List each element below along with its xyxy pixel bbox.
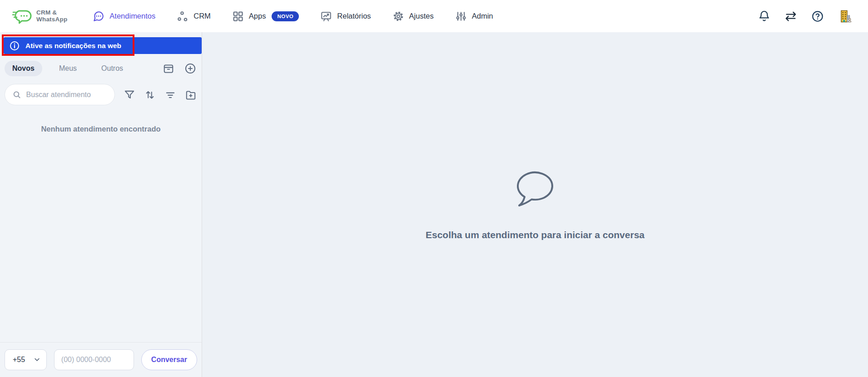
organization-avatar[interactable]	[838, 9, 853, 24]
logo-text: CRM & WhatsApp	[36, 10, 67, 23]
new-conversation-button[interactable]	[184, 63, 196, 74]
nav-label: CRM	[193, 12, 211, 20]
tab-novos[interactable]: Novos	[5, 61, 42, 76]
app-window: CRM & WhatsApp Atendimentos	[0, 0, 868, 377]
archive-box-icon	[163, 63, 174, 74]
chevron-down-icon	[35, 358, 40, 362]
nav-item-atendimentos[interactable]: Atendimentos	[93, 10, 155, 22]
sort-button[interactable]	[144, 89, 156, 101]
gear-icon	[392, 10, 404, 22]
plus-circle-icon	[184, 63, 196, 74]
app-logo[interactable]: CRM & WhatsApp	[12, 8, 67, 24]
search-input[interactable]	[26, 91, 110, 99]
top-navigation-bar: CRM & WhatsApp Atendimentos	[0, 0, 868, 32]
sort-arrows-icon	[144, 89, 156, 101]
add-folder-button[interactable]	[185, 89, 197, 101]
building-avatar-icon	[838, 9, 853, 24]
info-circle-icon	[10, 41, 20, 51]
search-box	[5, 84, 115, 105]
header-actions	[758, 9, 853, 24]
banner-text: Ative as notificações na web	[25, 42, 121, 50]
nav-item-crm[interactable]: CRM	[177, 10, 211, 22]
nav-item-admin[interactable]: Admin	[455, 10, 493, 22]
content-area: Ative as notificações na web Novos Meus …	[0, 32, 868, 377]
nav-item-ajustes[interactable]: Ajustes	[392, 10, 434, 22]
nodes-icon	[177, 10, 188, 22]
empty-list-message: Nenhum atendimento encontrado	[0, 125, 202, 133]
filter-lines-button[interactable]	[164, 89, 176, 101]
folder-plus-icon	[185, 89, 197, 101]
phone-number-input[interactable]	[54, 349, 134, 370]
swap-arrows-icon	[784, 10, 797, 23]
nav-label: Apps	[249, 12, 266, 20]
conversation-panel: Escolha um atendimento para iniciar a co…	[202, 32, 868, 377]
nav-label: Atendimentos	[109, 12, 155, 20]
switch-account-button[interactable]	[784, 10, 797, 23]
nav-label: Admin	[472, 12, 493, 20]
help-circle-icon	[811, 10, 824, 23]
conversar-button[interactable]: Conversar	[141, 349, 197, 370]
tab-meus[interactable]: Meus	[51, 61, 84, 76]
search-icon	[12, 89, 22, 100]
new-chat-dialer: +55 Conversar	[0, 342, 202, 377]
main-nav: Atendimentos CRM Apps NOVO	[93, 10, 493, 22]
empty-state-message: Escolha um atendimento para iniciar a co…	[426, 230, 645, 240]
country-code-value: +55	[13, 356, 25, 364]
chart-board-icon	[320, 10, 332, 22]
tab-outros[interactable]: Outros	[94, 61, 131, 76]
conversation-tabs: Novos Meus Outros	[0, 61, 202, 76]
filter-funnel-icon	[124, 89, 135, 101]
nav-item-apps[interactable]: Apps NOVO	[232, 10, 299, 22]
help-button[interactable]	[811, 10, 824, 23]
archive-button[interactable]	[163, 63, 174, 74]
chat-bubble-icon	[93, 10, 104, 22]
banner-area: Ative as notificações na web	[0, 37, 202, 54]
grid-icon	[232, 10, 244, 22]
search-toolbar	[0, 84, 202, 105]
nav-item-relatorios[interactable]: Relatórios	[320, 10, 371, 22]
country-code-select[interactable]: +55	[5, 349, 47, 370]
conversations-sidebar: Ative as notificações na web Novos Meus …	[0, 32, 202, 377]
notifications-bell-button[interactable]	[758, 10, 770, 22]
logo-chat-bubble-icon	[12, 8, 33, 24]
speech-bubble-icon	[511, 169, 559, 210]
filter-lines-icon	[164, 89, 176, 101]
filter-funnel-button[interactable]	[124, 89, 135, 101]
novo-badge: NOVO	[272, 11, 299, 21]
bell-icon	[758, 10, 770, 22]
nav-label: Ajustes	[409, 12, 434, 20]
nav-label: Relatórios	[337, 12, 371, 20]
sliders-icon	[455, 10, 467, 22]
enable-web-notifications-banner[interactable]: Ative as notificações na web	[4, 37, 202, 54]
